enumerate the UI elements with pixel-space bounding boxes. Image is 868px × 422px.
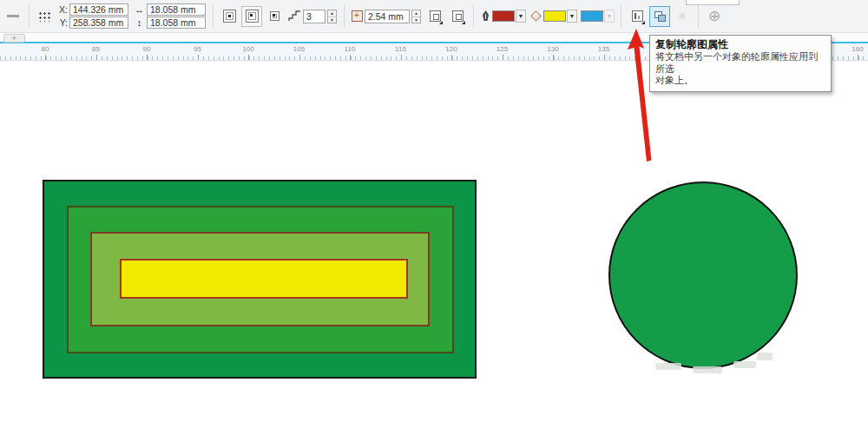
clear-contour-button: ✳ <box>672 6 693 27</box>
separator <box>698 5 699 28</box>
ruler-unit-label: 120 <box>445 45 457 53</box>
target-circle[interactable] <box>609 182 797 368</box>
fill-tool-icon <box>530 10 542 22</box>
tooltip-body-line2: 对象上。 <box>655 75 825 87</box>
object-height-input[interactable] <box>147 16 206 29</box>
quick-customize-icon: ⊕ <box>708 9 720 23</box>
ruler-unit-label: 130 <box>547 45 558 53</box>
object-size-group: ↔ ↕ <box>134 3 206 29</box>
contour-to-center-icon <box>223 10 236 23</box>
y-label: Y: <box>56 17 68 28</box>
fill-color-group: ▼ <box>529 10 577 23</box>
ruler-unit-label: 135 <box>598 45 609 53</box>
contour-offset-input[interactable] <box>365 10 410 23</box>
outline-color-swatch[interactable] <box>492 10 515 22</box>
contour-outside-icon <box>270 11 279 21</box>
tooltip: 复制轮廓图属性 将文档中另一个对象的轮廓属性应用到所选 对象上。 <box>649 35 832 92</box>
ruler-unit-label: 85 <box>92 45 100 53</box>
x-position-input[interactable] <box>69 3 128 16</box>
quick-customize-button[interactable]: ⊕ <box>704 6 725 27</box>
cropped-combobox-fragment <box>686 0 740 5</box>
ruler-unit-label: 90 <box>143 45 151 53</box>
contour-steps-group: ▲ ▼ <box>288 10 337 23</box>
property-bar: X: Y: ↔ ↕ <box>0 0 868 33</box>
contour-offset-spinner[interactable]: ▲ ▼ <box>411 10 421 23</box>
ruler-unit-label: 80 <box>42 45 49 53</box>
contour-offset-icon <box>352 10 363 22</box>
fill-color-dropdown[interactable]: ▼ <box>567 10 577 23</box>
width-icon: ↔ <box>134 3 145 16</box>
ruler-major-tick <box>299 55 300 60</box>
ruler-major-tick <box>553 55 554 60</box>
spinner-down-icon[interactable]: ▼ <box>328 16 336 23</box>
ruler-unit-label: 160 <box>852 45 863 53</box>
object-position-grid-icon[interactable] <box>37 10 50 22</box>
drawing-canvas[interactable] <box>0 61 868 419</box>
watermark-smudge <box>693 366 722 373</box>
ruler-major-tick <box>248 55 249 60</box>
fill-color-swatch[interactable] <box>543 10 566 22</box>
ruler-major-tick <box>350 55 351 60</box>
watermark-smudge <box>655 363 681 370</box>
outline-pen-icon <box>480 10 491 23</box>
tooltip-title: 复制轮廓图属性 <box>655 38 825 51</box>
contour-inside-button[interactable] <box>241 6 262 27</box>
add-page-button[interactable]: + <box>3 34 25 43</box>
object-position-group: X: Y: <box>56 3 128 29</box>
x-label: X: <box>56 4 68 15</box>
ruler-major-tick <box>451 55 452 60</box>
contour-offset-group: ▲ ▼ <box>352 10 421 23</box>
cropped-control-fragment <box>7 15 19 17</box>
object-width-input[interactable] <box>147 3 206 16</box>
ruler-major-tick <box>604 55 605 60</box>
separator <box>621 5 621 28</box>
ruler-major-tick <box>45 55 46 60</box>
contour-corners-icon <box>430 10 441 22</box>
ruler-major-tick <box>858 55 858 60</box>
separator <box>213 5 214 28</box>
ruler-major-tick <box>96 55 97 60</box>
contour-outside-button[interactable] <box>264 6 285 27</box>
ruler-unit-label: 110 <box>345 45 356 53</box>
separator <box>29 5 30 28</box>
ruler-major-tick <box>147 55 148 60</box>
ruler-major-tick <box>503 55 503 60</box>
clear-contour-icon: ✳ <box>678 10 687 23</box>
copy-contour-icon-front <box>658 15 666 22</box>
contour-direction-button[interactable] <box>447 6 468 27</box>
end-fill-color-group: ▼ <box>581 10 615 23</box>
outline-color-dropdown[interactable]: ▼ <box>516 10 526 23</box>
watermark-smudge <box>733 361 756 368</box>
watermark-smudge <box>757 353 773 360</box>
y-position-input[interactable] <box>69 16 128 29</box>
curve-node <box>702 181 705 184</box>
outline-color-group: ▼ <box>480 10 526 23</box>
spinner-up-icon[interactable]: ▲ <box>412 10 420 16</box>
contour-steps-icon <box>288 10 301 22</box>
ruler-unit-label: 125 <box>496 45 508 53</box>
contour-steps-spinner[interactable]: ▲ ▼ <box>327 10 337 23</box>
ruler-major-tick <box>401 55 402 60</box>
contour-direction-icon <box>452 10 464 22</box>
copy-contour-properties-button[interactable] <box>649 6 670 27</box>
contour-steps-input[interactable] <box>303 10 326 23</box>
tooltip-body-line1: 将文档中另一个对象的轮廓属性应用到所选 <box>655 51 825 75</box>
coreldraw-window: X: Y: ↔ ↕ <box>0 0 868 422</box>
ruler-unit-label: 115 <box>395 45 406 53</box>
spinner-up-icon[interactable]: ▲ <box>328 10 336 16</box>
contour-inside-icon <box>246 10 259 23</box>
end-fill-color-dropdown: ▼ <box>604 10 615 23</box>
ruler-major-tick <box>198 55 199 60</box>
ruler-unit-label: 95 <box>194 45 201 53</box>
contour-to-center-button[interactable] <box>219 6 240 27</box>
ruler-unit-label: 100 <box>242 45 253 53</box>
height-icon: ↕ <box>134 16 145 29</box>
ruler-unit-label: 105 <box>293 45 305 53</box>
object-acceleration-icon <box>632 10 643 22</box>
object-acceleration-button[interactable] <box>627 6 648 27</box>
source-rectangle[interactable] <box>121 260 407 298</box>
separator <box>473 5 474 28</box>
contour-corners-button[interactable] <box>424 6 445 27</box>
end-fill-color-swatch <box>581 10 603 22</box>
spinner-down-icon[interactable]: ▼ <box>412 16 420 23</box>
